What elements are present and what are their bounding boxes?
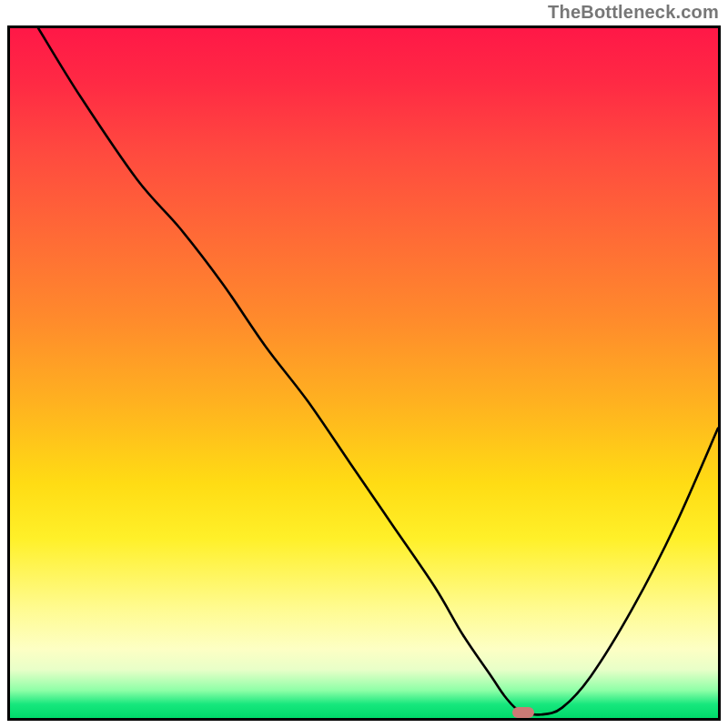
minimum-marker (512, 707, 534, 718)
chart-container: TheBottleneck.com (0, 0, 728, 728)
attribution-text: TheBottleneck.com (548, 2, 719, 23)
bottleneck-curve (10, 28, 718, 718)
chart-frame (7, 25, 721, 721)
